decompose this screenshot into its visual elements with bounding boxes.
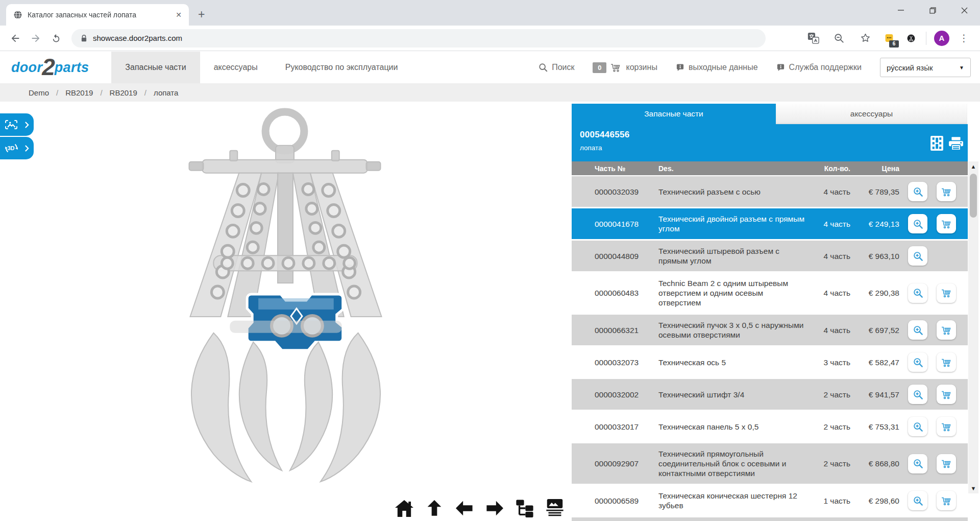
window-controls bbox=[885, 0, 980, 20]
zoom-part-button[interactable] bbox=[908, 182, 927, 201]
tab-accessories[interactable]: аксессуары bbox=[776, 104, 967, 124]
table-scrollbar[interactable]: ▲ ▼ bbox=[968, 161, 978, 493]
svg-text:3D: 3D bbox=[8, 145, 15, 151]
breadcrumb-item[interactable]: лопата bbox=[154, 88, 178, 97]
info-icon bbox=[676, 63, 684, 72]
address-bar[interactable]: showcase.door2parts.com bbox=[71, 29, 766, 48]
table-row[interactable]: 0000041678 Технический двойной разъем с … bbox=[572, 208, 968, 239]
zoom-out-icon[interactable] bbox=[830, 29, 848, 48]
print-button[interactable] bbox=[948, 136, 964, 151]
add-to-cart-button[interactable] bbox=[937, 352, 956, 372]
profile-avatar[interactable]: A bbox=[934, 31, 949, 46]
browser-menu-button[interactable]: ⋮ bbox=[957, 32, 971, 44]
viewer-toolbar bbox=[394, 499, 595, 518]
zoom-part-button[interactable] bbox=[908, 454, 927, 473]
tab-spare-parts[interactable]: Запасные части bbox=[572, 104, 776, 124]
table-row[interactable]: 0000006589 Техническая коническая шестер… bbox=[572, 485, 968, 516]
table-row[interactable]: 0000032017 Техническая панель 5 х 0,5 2 … bbox=[572, 411, 968, 442]
add-to-cart-button[interactable] bbox=[937, 385, 956, 404]
zoom-part-button[interactable] bbox=[908, 417, 927, 436]
next-button[interactable] bbox=[484, 499, 505, 518]
scroll-up-button[interactable]: ▲ bbox=[968, 162, 978, 171]
part-number: 0000032002 bbox=[595, 390, 658, 399]
output-data-button[interactable]: выходные данные bbox=[676, 63, 758, 72]
table-row[interactable]: 0000037131 Технический рукав 1 часть € 1… bbox=[572, 517, 968, 521]
table-row[interactable]: 0000032073 Техническая ось 5 3 часть € 5… bbox=[572, 347, 968, 377]
nav-item[interactable]: Запасные части bbox=[111, 52, 200, 83]
zoom-part-button[interactable] bbox=[908, 246, 927, 266]
search-button[interactable]: Поиск bbox=[538, 63, 574, 72]
nav-item[interactable]: аксессуары bbox=[200, 52, 272, 83]
parent-assembly-button[interactable] bbox=[424, 499, 445, 518]
back-button[interactable] bbox=[6, 29, 24, 48]
maximize-button[interactable] bbox=[917, 0, 948, 20]
tab-title: Каталог запасных частей лопата bbox=[28, 11, 168, 19]
language-value: ру́сский язы́к bbox=[887, 63, 933, 72]
add-to-cart-button[interactable] bbox=[937, 283, 956, 303]
support-button[interactable]: Служба поддержки bbox=[776, 63, 862, 72]
forward-button[interactable] bbox=[27, 29, 45, 48]
breadcrumb-item[interactable]: Demo bbox=[29, 88, 49, 97]
image-panel-toggle-button[interactable] bbox=[0, 113, 34, 136]
zoom-part-button[interactable] bbox=[908, 385, 927, 404]
3d-rotate-icon: 3D bbox=[5, 141, 18, 155]
translate-icon[interactable] bbox=[804, 29, 822, 48]
bookmark-star-icon[interactable] bbox=[856, 29, 874, 48]
table-row[interactable]: 0000092907 Технический прямоугольный сое… bbox=[572, 443, 968, 484]
logo-text: 2 bbox=[42, 57, 55, 77]
previous-button[interactable] bbox=[454, 499, 475, 518]
scrollbar-thumb[interactable] bbox=[970, 174, 977, 218]
globe-favicon-icon bbox=[13, 10, 22, 19]
carts-button[interactable]: 0 корзины bbox=[593, 62, 657, 73]
table-row[interactable]: 0000044809 Технический штыревой разъем с… bbox=[572, 241, 968, 271]
site-logo[interactable]: door 2 parts bbox=[11, 57, 89, 77]
part-quantity: 3 часть bbox=[807, 358, 854, 367]
part-price: € 941,57 bbox=[854, 390, 903, 399]
add-to-cart-button[interactable] bbox=[937, 214, 956, 233]
add-to-cart-button[interactable] bbox=[937, 454, 956, 473]
part-price: € 963,10 bbox=[854, 251, 903, 261]
scroll-down-button[interactable]: ▼ bbox=[968, 484, 978, 492]
breadcrumb-separator: / bbox=[100, 88, 102, 97]
add-to-cart-button[interactable] bbox=[937, 491, 956, 510]
nav-item[interactable]: Руководство по эксплуатации bbox=[272, 52, 412, 83]
table-row[interactable]: 0000032002 Технический штифт 3/4 2 часть… bbox=[572, 379, 968, 410]
close-window-button[interactable] bbox=[948, 0, 980, 20]
part-price: € 789,35 bbox=[854, 187, 903, 197]
part-number: 0000032073 bbox=[595, 358, 658, 367]
new-tab-button[interactable]: + bbox=[195, 8, 208, 21]
part-description: Технический прямоугольный соединительный… bbox=[658, 449, 807, 478]
breadcrumb-separator: / bbox=[56, 88, 58, 97]
parts-panel: Запасные части аксессуары 0005446556 лоп… bbox=[572, 104, 968, 521]
screenshot-button[interactable] bbox=[545, 499, 565, 518]
add-to-cart-button[interactable] bbox=[937, 182, 956, 201]
zoom-part-button[interactable] bbox=[908, 352, 927, 372]
table-row[interactable]: 0000066321 Технический пучок 3 х 0,5 с н… bbox=[572, 315, 968, 345]
col-price: Цена bbox=[854, 164, 903, 173]
table-row[interactable]: 0000060483 Technic Beam 2 с одним штырев… bbox=[572, 273, 968, 313]
part-quantity: 4 часть bbox=[807, 251, 854, 261]
breadcrumb-item[interactable]: RB2019 bbox=[110, 88, 137, 97]
rotate-3d-toggle-button[interactable]: 3D bbox=[0, 137, 34, 159]
part-number: 0000041678 bbox=[595, 219, 658, 229]
language-select[interactable]: ру́сский язы́к ▼ bbox=[880, 58, 971, 77]
zoom-part-button[interactable] bbox=[908, 320, 927, 340]
part-description: Технический штыревой разъем с прямым угл… bbox=[658, 246, 807, 266]
minimize-button[interactable] bbox=[885, 0, 917, 20]
add-to-cart-button[interactable] bbox=[937, 320, 956, 340]
reload-button[interactable] bbox=[47, 29, 65, 48]
browser-tab[interactable]: Каталог запасных частей лопата ✕ bbox=[6, 4, 189, 26]
zoom-part-button[interactable] bbox=[908, 491, 927, 510]
zoom-part-button[interactable] bbox=[908, 283, 927, 303]
assembly-tree-button[interactable] bbox=[514, 499, 535, 518]
product-3d-view[interactable] bbox=[153, 103, 419, 490]
breadcrumb-item[interactable]: RB2019 bbox=[65, 88, 93, 97]
home-view-button[interactable] bbox=[394, 499, 414, 518]
add-to-cart-button[interactable] bbox=[937, 417, 956, 436]
zoom-part-button[interactable] bbox=[908, 214, 927, 233]
table-row[interactable]: 0000032039 Технический разъем с осью 4 ч… bbox=[572, 176, 968, 207]
film-strip-icon[interactable] bbox=[930, 135, 944, 151]
extension-clipper-icon[interactable] bbox=[904, 31, 918, 45]
tab-close-icon[interactable]: ✕ bbox=[174, 10, 184, 20]
part-price: € 697,52 bbox=[854, 325, 903, 335]
